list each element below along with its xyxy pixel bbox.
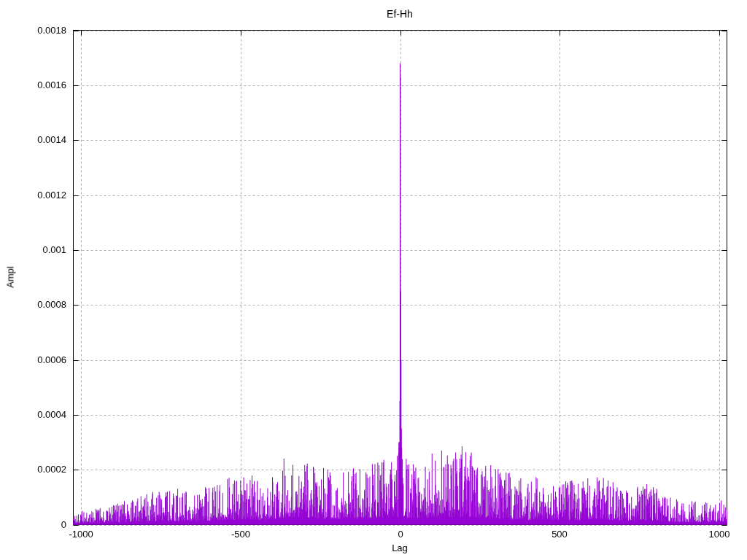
x-tick-label: 1000 <box>686 529 747 540</box>
y-tick-label: 0.0008 <box>0 300 66 310</box>
x-tick-label: 500 <box>527 529 592 540</box>
correlation-chart-figure: Ef-Hh Ampl Lag 00.00020.00040.00060.0008… <box>0 0 747 560</box>
y-tick-label: 0.0002 <box>0 464 66 475</box>
y-tick-label: 0.001 <box>0 245 66 255</box>
y-tick-label: 0 <box>0 520 66 530</box>
y-tick-label: 0.0004 <box>0 410 66 420</box>
x-tick-label: 0 <box>368 529 433 540</box>
plot-canvas <box>0 0 747 560</box>
y-tick-label: 0.0016 <box>0 80 66 90</box>
x-tick-label: -500 <box>208 529 274 540</box>
y-tick-label: 0.0014 <box>0 135 66 145</box>
x-tick-label: -1000 <box>48 529 114 540</box>
y-tick-label: 0.0018 <box>0 26 66 36</box>
chart-title: Ef-Hh <box>73 8 727 20</box>
y-axis-title: Ampl <box>5 266 16 288</box>
y-tick-label: 0.0006 <box>0 355 66 365</box>
y-tick-label: 0.0012 <box>0 190 66 201</box>
x-axis-title: Lag <box>73 542 727 553</box>
